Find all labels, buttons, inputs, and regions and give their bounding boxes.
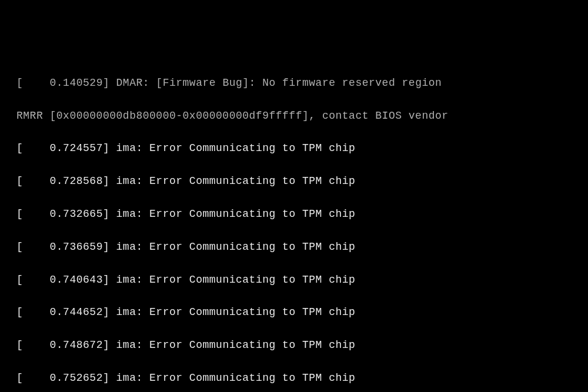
timestamp: 0.740643 [50, 274, 103, 286]
log-message: RMRR [0x00000000db800000-0x00000000df9ff… [16, 110, 449, 122]
bracket-close: ] [103, 306, 116, 318]
log-message: ima: Error Communicating to TPM chip [116, 142, 356, 154]
bracket-open: [ [16, 241, 50, 253]
bracket-open: [ [16, 142, 50, 154]
boot-line: [ 0.140529] DMAR: [Firmware Bug]: No fir… [16, 75, 588, 92]
bracket-close: ] [103, 372, 116, 384]
log-message: ima: Error Communicating to TPM chip [116, 208, 356, 220]
boot-line: [ 0.732665] ima: Error Communicating to … [16, 206, 588, 223]
bracket-open: [ [16, 175, 50, 187]
timestamp: 0.752652 [50, 372, 103, 384]
boot-line: [ 0.724557] ima: Error Communicating to … [16, 140, 588, 157]
bracket-close: ] [103, 175, 116, 187]
boot-line: [ 0.728568] ima: Error Communicating to … [16, 173, 588, 190]
bracket-close: ] [103, 241, 116, 253]
log-message: ima: Error Communicating to TPM chip [116, 274, 356, 286]
timestamp: 0.744652 [50, 306, 103, 318]
log-message: ima: Error Communicating to TPM chip [116, 241, 356, 253]
bracket-open: [ [16, 339, 50, 351]
log-message: ima: Error Communicating to TPM chip [116, 175, 356, 187]
boot-line: RMRR [0x00000000db800000-0x00000000df9ff… [16, 108, 588, 125]
boot-line: [ 0.748672] ima: Error Communicating to … [16, 337, 588, 354]
timestamp: 0.140529 [50, 77, 103, 89]
bracket-close: ] [103, 208, 116, 220]
bracket-close: ] [103, 142, 116, 154]
timestamp: 0.728568 [50, 175, 103, 187]
bracket-open: [ [16, 77, 50, 89]
bracket-close: ] [103, 274, 116, 286]
timestamp: 0.736659 [50, 241, 103, 253]
log-message: ima: Error Communicating to TPM chip [116, 306, 356, 318]
bracket-open: [ [16, 306, 50, 318]
log-message: ima: Error Communicating to TPM chip [116, 372, 356, 384]
timestamp: 0.724557 [50, 142, 103, 154]
boot-line: [ 0.752652] ima: Error Communicating to … [16, 370, 588, 387]
log-message: ima: Error Communicating to TPM chip [116, 339, 356, 351]
boot-line: [ 0.736659] ima: Error Communicating to … [16, 239, 588, 256]
timestamp: 0.732665 [50, 208, 103, 220]
boot-console: [ 0.140529] DMAR: [Firmware Bug]: No fir… [0, 0, 588, 392]
bracket-close: ] [103, 339, 116, 351]
bracket-open: [ [16, 372, 50, 384]
bracket-close: ] [103, 77, 116, 89]
boot-line: [ 0.740643] ima: Error Communicating to … [16, 272, 588, 289]
bracket-open: [ [16, 208, 50, 220]
boot-line: [ 0.744652] ima: Error Communicating to … [16, 304, 588, 321]
log-message: DMAR: [Firmware Bug]: No firmware reserv… [116, 77, 449, 89]
timestamp: 0.748672 [50, 339, 103, 351]
bracket-open: [ [16, 274, 50, 286]
